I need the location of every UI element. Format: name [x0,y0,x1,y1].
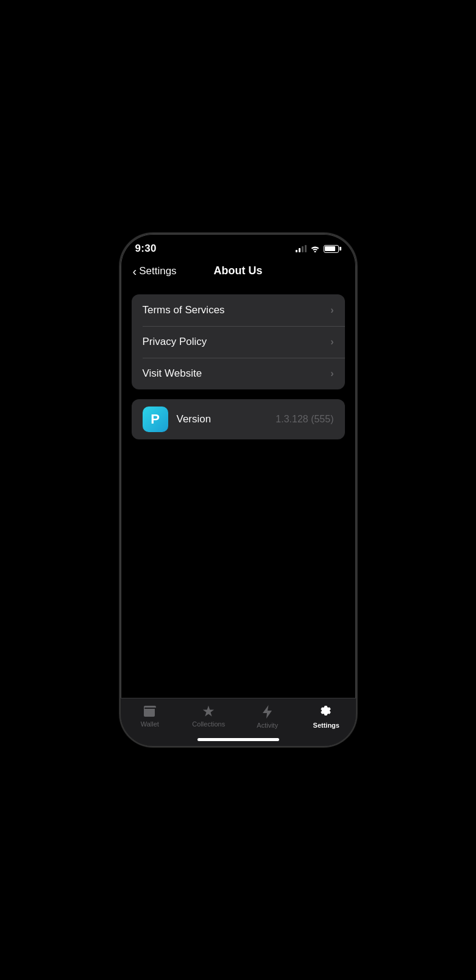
tab-collections[interactable]: Collections [190,705,227,728]
wifi-icon [310,245,320,252]
tab-wallet-label: Wallet [141,720,159,728]
battery-icon [324,245,341,253]
about-list-group: Terms of Services › Privacy Policy › Vis… [132,294,345,389]
version-row: P Version 1.3.128 (555) [132,399,345,439]
tab-collections-label: Collections [192,720,225,728]
collections-icon [202,705,215,718]
terms-of-services-item[interactable]: Terms of Services › [132,294,345,326]
app-icon: P [143,407,168,432]
privacy-policy-item[interactable]: Privacy Policy › [132,326,345,358]
privacy-label: Privacy Policy [143,336,207,348]
tab-settings[interactable]: Settings [308,705,344,729]
status-icons [296,245,341,253]
tab-wallet[interactable]: Wallet [132,705,168,728]
back-button[interactable]: ‹ Settings [133,265,177,277]
website-chevron-icon: › [330,368,333,379]
signal-bars-icon [296,245,307,252]
tab-activity-label: Activity [257,722,278,729]
app-icon-letter: P [151,411,160,427]
back-chevron-icon: ‹ [133,265,137,277]
settings-icon [319,705,333,719]
dynamic-island [202,241,275,262]
page-title: About Us [214,265,263,277]
status-time: 9:30 [135,243,157,255]
content-area: Terms of Services › Privacy Policy › Vis… [121,287,356,439]
version-label: Version [177,413,276,425]
version-number: 1.3.128 (555) [275,414,333,425]
wallet-icon [143,705,157,718]
tab-activity[interactable]: Activity [249,705,286,729]
tab-settings-label: Settings [313,722,339,729]
privacy-chevron-icon: › [330,336,333,347]
back-label: Settings [139,265,176,277]
activity-icon [262,705,273,719]
home-indicator [197,738,279,741]
terms-label: Terms of Services [143,304,225,316]
phone-frame: 9:30 ‹ Settings [119,233,357,747]
visit-website-item[interactable]: Visit Website › [132,358,345,389]
svg-point-0 [152,711,154,713]
nav-header: ‹ Settings About Us [121,260,356,287]
website-label: Visit Website [143,367,202,380]
terms-chevron-icon: › [330,305,333,316]
